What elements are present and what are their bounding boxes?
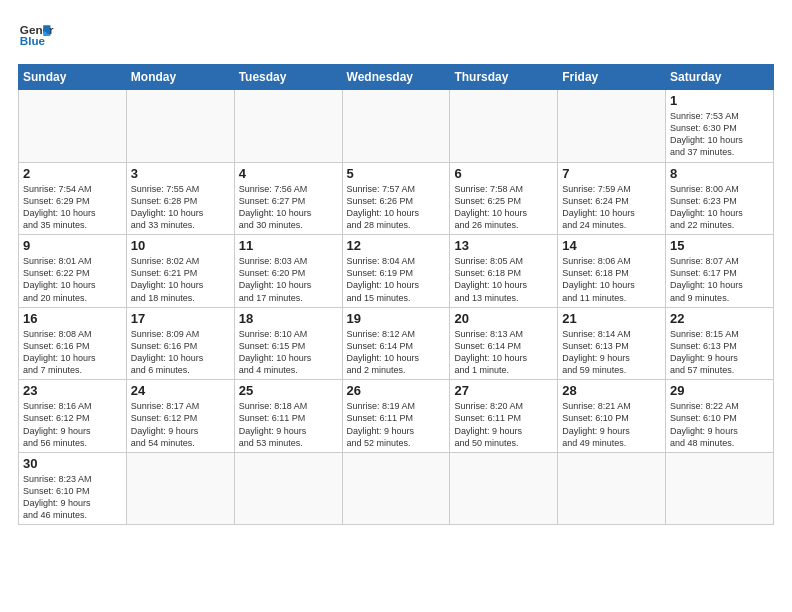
calendar-cell <box>342 90 450 163</box>
day-number: 27 <box>454 383 553 398</box>
calendar-cell: 3Sunrise: 7:55 AM Sunset: 6:28 PM Daylig… <box>126 162 234 235</box>
day-info: Sunrise: 8:16 AM Sunset: 6:12 PM Dayligh… <box>23 400 122 449</box>
calendar-table: SundayMondayTuesdayWednesdayThursdayFrid… <box>18 64 774 525</box>
day-info: Sunrise: 8:07 AM Sunset: 6:17 PM Dayligh… <box>670 255 769 304</box>
calendar-cell: 15Sunrise: 8:07 AM Sunset: 6:17 PM Dayli… <box>666 235 774 308</box>
weekday-header-sunday: Sunday <box>19 65 127 90</box>
calendar-cell: 10Sunrise: 8:02 AM Sunset: 6:21 PM Dayli… <box>126 235 234 308</box>
calendar-cell <box>342 452 450 525</box>
day-number: 16 <box>23 311 122 326</box>
weekday-header-friday: Friday <box>558 65 666 90</box>
calendar-cell: 23Sunrise: 8:16 AM Sunset: 6:12 PM Dayli… <box>19 380 127 453</box>
day-number: 29 <box>670 383 769 398</box>
day-number: 23 <box>23 383 122 398</box>
day-info: Sunrise: 8:00 AM Sunset: 6:23 PM Dayligh… <box>670 183 769 232</box>
calendar-week-5: 30Sunrise: 8:23 AM Sunset: 6:10 PM Dayli… <box>19 452 774 525</box>
day-info: Sunrise: 8:13 AM Sunset: 6:14 PM Dayligh… <box>454 328 553 377</box>
calendar-cell: 21Sunrise: 8:14 AM Sunset: 6:13 PM Dayli… <box>558 307 666 380</box>
day-info: Sunrise: 8:23 AM Sunset: 6:10 PM Dayligh… <box>23 473 122 522</box>
calendar-cell: 16Sunrise: 8:08 AM Sunset: 6:16 PM Dayli… <box>19 307 127 380</box>
day-info: Sunrise: 8:10 AM Sunset: 6:15 PM Dayligh… <box>239 328 338 377</box>
day-number: 17 <box>131 311 230 326</box>
day-info: Sunrise: 7:57 AM Sunset: 6:26 PM Dayligh… <box>347 183 446 232</box>
calendar-cell: 25Sunrise: 8:18 AM Sunset: 6:11 PM Dayli… <box>234 380 342 453</box>
day-number: 18 <box>239 311 338 326</box>
calendar-cell <box>450 452 558 525</box>
calendar-cell: 12Sunrise: 8:04 AM Sunset: 6:19 PM Dayli… <box>342 235 450 308</box>
weekday-header-monday: Monday <box>126 65 234 90</box>
day-number: 26 <box>347 383 446 398</box>
day-info: Sunrise: 7:55 AM Sunset: 6:28 PM Dayligh… <box>131 183 230 232</box>
weekday-header-thursday: Thursday <box>450 65 558 90</box>
day-info: Sunrise: 8:18 AM Sunset: 6:11 PM Dayligh… <box>239 400 338 449</box>
calendar-cell <box>450 90 558 163</box>
calendar-cell: 17Sunrise: 8:09 AM Sunset: 6:16 PM Dayli… <box>126 307 234 380</box>
day-info: Sunrise: 8:03 AM Sunset: 6:20 PM Dayligh… <box>239 255 338 304</box>
day-number: 1 <box>670 93 769 108</box>
calendar-week-1: 2Sunrise: 7:54 AM Sunset: 6:29 PM Daylig… <box>19 162 774 235</box>
day-info: Sunrise: 8:08 AM Sunset: 6:16 PM Dayligh… <box>23 328 122 377</box>
calendar-cell: 7Sunrise: 7:59 AM Sunset: 6:24 PM Daylig… <box>558 162 666 235</box>
day-number: 9 <box>23 238 122 253</box>
day-number: 13 <box>454 238 553 253</box>
day-number: 12 <box>347 238 446 253</box>
day-number: 6 <box>454 166 553 181</box>
day-number: 20 <box>454 311 553 326</box>
day-info: Sunrise: 8:12 AM Sunset: 6:14 PM Dayligh… <box>347 328 446 377</box>
calendar-cell: 22Sunrise: 8:15 AM Sunset: 6:13 PM Dayli… <box>666 307 774 380</box>
calendar-week-3: 16Sunrise: 8:08 AM Sunset: 6:16 PM Dayli… <box>19 307 774 380</box>
day-number: 15 <box>670 238 769 253</box>
day-number: 11 <box>239 238 338 253</box>
day-info: Sunrise: 8:15 AM Sunset: 6:13 PM Dayligh… <box>670 328 769 377</box>
day-number: 28 <box>562 383 661 398</box>
calendar-cell: 5Sunrise: 7:57 AM Sunset: 6:26 PM Daylig… <box>342 162 450 235</box>
calendar-cell <box>234 90 342 163</box>
calendar-week-4: 23Sunrise: 8:16 AM Sunset: 6:12 PM Dayli… <box>19 380 774 453</box>
calendar-cell: 2Sunrise: 7:54 AM Sunset: 6:29 PM Daylig… <box>19 162 127 235</box>
weekday-header-saturday: Saturday <box>666 65 774 90</box>
day-info: Sunrise: 8:14 AM Sunset: 6:13 PM Dayligh… <box>562 328 661 377</box>
day-number: 25 <box>239 383 338 398</box>
day-info: Sunrise: 8:20 AM Sunset: 6:11 PM Dayligh… <box>454 400 553 449</box>
calendar-cell: 24Sunrise: 8:17 AM Sunset: 6:12 PM Dayli… <box>126 380 234 453</box>
day-info: Sunrise: 8:19 AM Sunset: 6:11 PM Dayligh… <box>347 400 446 449</box>
day-info: Sunrise: 7:53 AM Sunset: 6:30 PM Dayligh… <box>670 110 769 159</box>
day-number: 3 <box>131 166 230 181</box>
logo-icon: General Blue <box>18 18 54 54</box>
header: General Blue <box>18 18 774 54</box>
day-number: 21 <box>562 311 661 326</box>
day-info: Sunrise: 8:17 AM Sunset: 6:12 PM Dayligh… <box>131 400 230 449</box>
weekday-header-wednesday: Wednesday <box>342 65 450 90</box>
day-info: Sunrise: 8:04 AM Sunset: 6:19 PM Dayligh… <box>347 255 446 304</box>
page: General Blue SundayMondayTuesdayWednesda… <box>0 0 792 612</box>
calendar-cell: 20Sunrise: 8:13 AM Sunset: 6:14 PM Dayli… <box>450 307 558 380</box>
day-info: Sunrise: 7:58 AM Sunset: 6:25 PM Dayligh… <box>454 183 553 232</box>
day-info: Sunrise: 8:05 AM Sunset: 6:18 PM Dayligh… <box>454 255 553 304</box>
calendar-cell: 9Sunrise: 8:01 AM Sunset: 6:22 PM Daylig… <box>19 235 127 308</box>
day-number: 30 <box>23 456 122 471</box>
calendar-cell: 13Sunrise: 8:05 AM Sunset: 6:18 PM Dayli… <box>450 235 558 308</box>
calendar-cell <box>19 90 127 163</box>
calendar-cell: 6Sunrise: 7:58 AM Sunset: 6:25 PM Daylig… <box>450 162 558 235</box>
day-info: Sunrise: 8:02 AM Sunset: 6:21 PM Dayligh… <box>131 255 230 304</box>
calendar-cell <box>234 452 342 525</box>
calendar-cell: 19Sunrise: 8:12 AM Sunset: 6:14 PM Dayli… <box>342 307 450 380</box>
day-info: Sunrise: 7:56 AM Sunset: 6:27 PM Dayligh… <box>239 183 338 232</box>
day-number: 2 <box>23 166 122 181</box>
day-number: 24 <box>131 383 230 398</box>
day-number: 14 <box>562 238 661 253</box>
day-number: 19 <box>347 311 446 326</box>
calendar-cell <box>558 452 666 525</box>
day-info: Sunrise: 7:59 AM Sunset: 6:24 PM Dayligh… <box>562 183 661 232</box>
day-number: 5 <box>347 166 446 181</box>
day-info: Sunrise: 7:54 AM Sunset: 6:29 PM Dayligh… <box>23 183 122 232</box>
day-number: 4 <box>239 166 338 181</box>
day-number: 7 <box>562 166 661 181</box>
calendar-cell: 27Sunrise: 8:20 AM Sunset: 6:11 PM Dayli… <box>450 380 558 453</box>
calendar-cell: 11Sunrise: 8:03 AM Sunset: 6:20 PM Dayli… <box>234 235 342 308</box>
calendar-cell <box>558 90 666 163</box>
calendar-cell: 30Sunrise: 8:23 AM Sunset: 6:10 PM Dayli… <box>19 452 127 525</box>
calendar-header-row: SundayMondayTuesdayWednesdayThursdayFrid… <box>19 65 774 90</box>
logo: General Blue <box>18 18 54 54</box>
day-info: Sunrise: 8:06 AM Sunset: 6:18 PM Dayligh… <box>562 255 661 304</box>
